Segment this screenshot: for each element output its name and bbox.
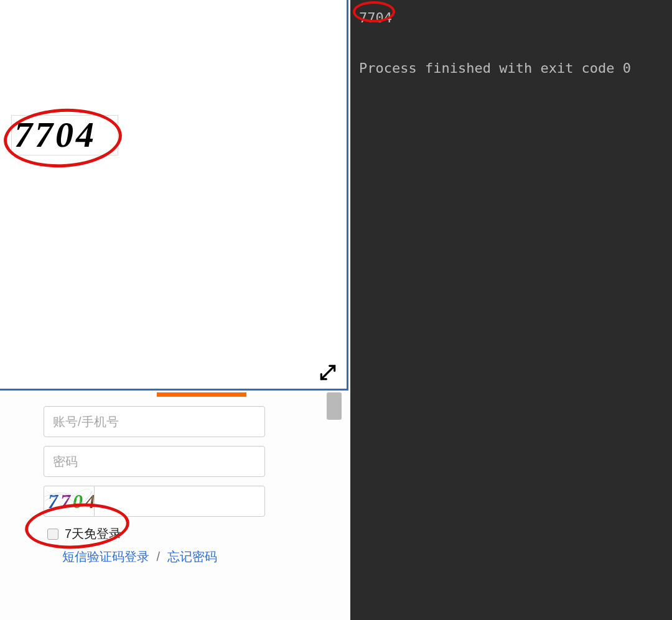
sms-login-link[interactable]: 短信验证码登录 bbox=[62, 550, 149, 563]
username-input[interactable] bbox=[44, 406, 265, 437]
login-panel: 7 7 0 4 7天免登录 短信验证码登录 / 忘记密码 bbox=[0, 392, 350, 620]
captcha-preview-panel: 7704 bbox=[0, 0, 348, 391]
remember-checkbox[interactable] bbox=[47, 529, 58, 540]
resize-handle-icon[interactable] bbox=[318, 363, 338, 382]
captcha-image-small[interactable]: 7 7 0 4 bbox=[44, 486, 94, 517]
captcha-large-text: 7704 bbox=[12, 116, 118, 154]
captcha-digit-2: 7 bbox=[60, 490, 73, 513]
remember-label: 7天免登录 bbox=[65, 525, 121, 542]
captcha-digit-4: 4 bbox=[85, 490, 94, 513]
captcha-digit-1: 7 bbox=[48, 490, 60, 513]
remember-row: 7天免登录 bbox=[47, 525, 265, 542]
link-separator: / bbox=[157, 550, 161, 563]
scrollbar-thumb[interactable] bbox=[327, 392, 342, 420]
console-panel: 7704 Process finished with exit code 0 bbox=[350, 0, 672, 620]
console-output-line: 7704 bbox=[359, 7, 663, 28]
captcha-image-large: 7704 bbox=[11, 115, 118, 155]
password-input[interactable] bbox=[44, 446, 265, 477]
login-links: 短信验证码登录 / 忘记密码 bbox=[62, 548, 265, 565]
captcha-row: 7 7 0 4 bbox=[44, 486, 265, 517]
console-exit-line: Process finished with exit code 0 bbox=[359, 58, 663, 78]
captcha-digit-3: 0 bbox=[73, 490, 85, 513]
login-form: 7 7 0 4 7天免登录 短信验证码登录 / 忘记密码 bbox=[44, 406, 265, 565]
captcha-input[interactable] bbox=[94, 486, 265, 517]
forgot-password-link[interactable]: 忘记密码 bbox=[167, 550, 217, 563]
active-tab-indicator bbox=[157, 392, 246, 397]
